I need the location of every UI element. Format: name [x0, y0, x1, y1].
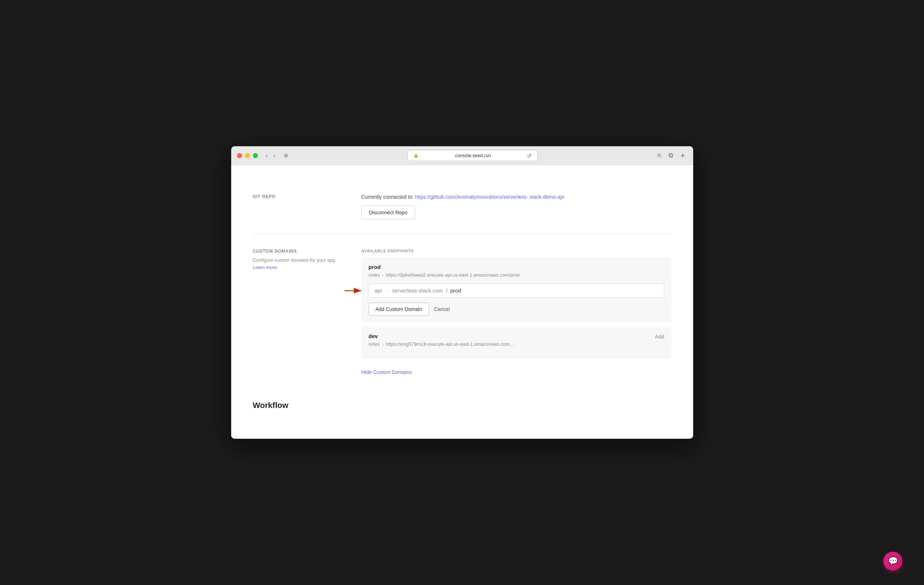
domain-prefix: api [375, 288, 382, 294]
git-repo-section-title: GIT REPO [253, 194, 340, 199]
custom-domain-input-container: api · serverless-stack.com / [369, 283, 664, 297]
prod-chevron-icon: › [382, 273, 383, 277]
prod-url: https://3pkwibawa2.execute-api.us-east-1… [386, 272, 520, 278]
dev-endpoint-card: dev notes › https://vmg579mx3l.execute-a… [361, 327, 672, 359]
learn-more-link[interactable]: Learn more. [253, 264, 278, 270]
domain-path-input[interactable] [450, 288, 479, 294]
new-window-button[interactable]: ⧉ [667, 150, 675, 161]
red-arrow-icon [343, 286, 365, 295]
workflow-title: Workflow [253, 401, 672, 410]
address-bar-wrap: 🔒 console.seed.run ↺ [294, 150, 650, 161]
custom-domains-label: CUSTOM DOMAINS Configure custom domains … [253, 249, 340, 375]
traffic-lights [237, 153, 258, 158]
git-repo-content: Currently connected to: https://github.c… [361, 194, 672, 220]
prod-endpoint-actions: Add Custom Domain Cancel [369, 302, 664, 316]
address-text: console.seed.run [421, 153, 524, 158]
maximize-button[interactable] [253, 153, 258, 158]
close-button[interactable] [237, 153, 242, 158]
back-button[interactable]: ‹ [264, 151, 270, 160]
repo-link[interactable]: https://github.com/AnomalyInnovations/se… [415, 194, 564, 200]
prod-stage: notes [369, 272, 380, 278]
endpoints-label: AVAILABLE ENDPOINTS [361, 249, 672, 253]
dev-add-button[interactable]: Add [655, 334, 664, 340]
hide-custom-domains-link[interactable]: Hide Custom Domains [361, 369, 412, 375]
chat-icon: 💬 [888, 556, 898, 566]
git-repo-section: GIT REPO Currently connected to: https:/… [253, 180, 672, 234]
prod-endpoint-url-row: notes › https://3pkwibawa2.execute-api.u… [369, 272, 664, 278]
git-repo-label: GIT REPO [253, 194, 340, 220]
domain-slash: / [446, 288, 447, 294]
share-button[interactable]: ⎋ [655, 150, 663, 161]
domain-dot: · [388, 288, 389, 294]
address-bar[interactable]: 🔒 console.seed.run ↺ [408, 150, 538, 161]
custom-domains-section-title: CUSTOM DOMAINS [253, 249, 340, 254]
dev-chevron-icon: › [382, 342, 383, 347]
toolbar-actions: ⎋ ⧉ + [655, 150, 687, 161]
cancel-button[interactable]: Cancel [434, 303, 450, 315]
chat-button[interactable]: 💬 [883, 552, 902, 570]
sidebar-toggle-button[interactable]: ⊞ [282, 151, 290, 160]
disconnect-repo-button[interactable]: Disconnect Repo [361, 206, 415, 220]
lock-icon: 🔒 [414, 153, 419, 158]
minimize-button[interactable] [245, 153, 250, 158]
custom-domains-desc: Configure custom domains for your app. L… [253, 257, 340, 271]
title-bar: ‹ › ⊞ 🔒 console.seed.run ↺ ⎋ ⧉ + [231, 146, 693, 165]
dev-info: dev notes › https://vmg579mx3l.execute-a… [369, 333, 655, 353]
dev-card-header: dev notes › https://vmg579mx3l.execute-a… [369, 333, 664, 353]
forward-button[interactable]: › [271, 151, 277, 160]
dev-stage: notes [369, 341, 380, 347]
workflow-section: Workflow [253, 390, 672, 417]
custom-domains-section: CUSTOM DOMAINS Configure custom domains … [253, 234, 672, 390]
new-tab-button[interactable]: + [678, 150, 687, 161]
dev-url: https://vmg579mx3l.execute-api.us-east-1… [386, 341, 513, 347]
dev-endpoint-url-row: notes › https://vmg579mx3l.execute-api.u… [369, 341, 655, 347]
domain-root: serverless-stack.com [392, 288, 443, 294]
custom-domains-content: AVAILABLE ENDPOINTS prod notes › https:/… [361, 249, 672, 375]
arrow-indicator [343, 286, 365, 295]
connected-text: Currently connected to: https://github.c… [361, 194, 672, 200]
prod-endpoint-name: prod [369, 264, 664, 270]
content-area: GIT REPO Currently connected to: https:/… [231, 165, 693, 439]
prod-endpoint-card: prod notes › https://3pkwibawa2.execute-… [361, 258, 672, 322]
dev-endpoint-name: dev [369, 333, 655, 339]
reload-button[interactable]: ↺ [527, 153, 531, 159]
add-custom-domain-button[interactable]: Add Custom Domain [369, 302, 429, 316]
nav-buttons: ‹ › [264, 151, 278, 160]
custom-domain-input-row: api · serverless-stack.com / [369, 283, 664, 297]
